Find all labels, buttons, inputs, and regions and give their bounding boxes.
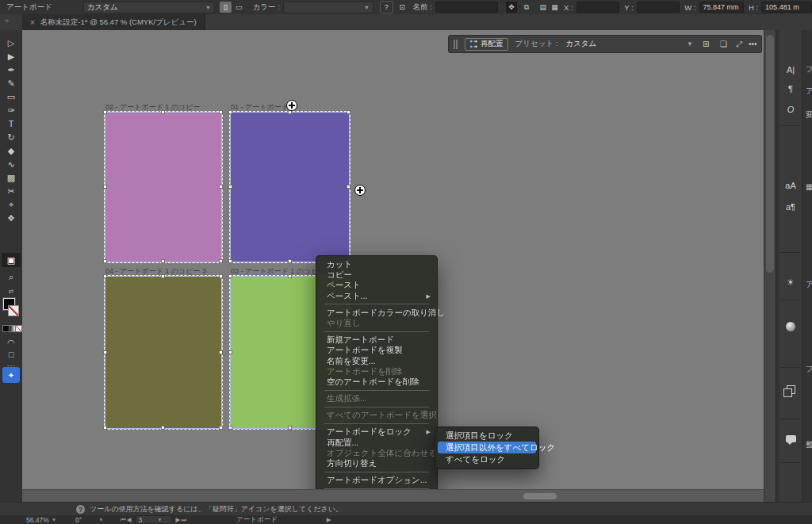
portrait-orientation-button[interactable]: ▯ bbox=[220, 2, 232, 13]
question-mark-icon[interactable]: ? bbox=[76, 505, 85, 514]
menu-item-アートボードオプション[interactable]: アートボードオプション... bbox=[316, 475, 437, 485]
artboard-tool[interactable]: ▣ bbox=[2, 253, 21, 267]
artboard-number-dropdown[interactable]: 3 ▼ bbox=[136, 515, 172, 524]
rotation-dropdown[interactable]: 0° ▼ bbox=[73, 516, 109, 524]
selection-handle[interactable] bbox=[219, 350, 223, 354]
selection-handle[interactable] bbox=[228, 426, 232, 430]
width-tool[interactable]: ∿ bbox=[0, 158, 22, 170]
chevron-down-icon[interactable]: ▼ bbox=[687, 40, 693, 48]
glyphs-panel-icon[interactable]: aA bbox=[779, 181, 802, 190]
stroke-color-swatch[interactable] bbox=[8, 305, 19, 316]
vertical-scrollbar[interactable] bbox=[764, 30, 776, 502]
y-input[interactable] bbox=[637, 2, 680, 13]
last-artboard-icon[interactable]: ⏭ bbox=[181, 516, 187, 524]
menu-item-ペースト[interactable]: ペースト bbox=[316, 280, 437, 290]
scissors-tool[interactable]: ✂ bbox=[0, 185, 22, 197]
rearrange-button[interactable]: 再配置 bbox=[465, 38, 508, 51]
paragraph-styles-panel-icon[interactable]: a¶ bbox=[779, 202, 802, 212]
x-input[interactable] bbox=[576, 2, 620, 13]
menu-item-名前を変更[interactable]: 名前を変更... bbox=[316, 356, 437, 366]
selection-handle[interactable] bbox=[103, 185, 107, 189]
duplicate-icon[interactable]: ⧉ bbox=[520, 2, 532, 13]
selection-tool[interactable]: ▷ bbox=[0, 36, 22, 49]
zoom-level-dropdown[interactable]: 56.47% ▼ bbox=[24, 516, 63, 524]
paragraph-panel-icon[interactable]: ¶ bbox=[779, 84, 802, 94]
height-input[interactable]: 105.481 m bbox=[761, 2, 812, 13]
submenu-item-選択項目以外をすべてロック[interactable]: 選択項目以外をすべてロック bbox=[438, 442, 536, 453]
rectangle-tool[interactable]: ▭ bbox=[0, 90, 22, 103]
menu-item-アートボードを複製[interactable]: アートボードを複製 bbox=[316, 345, 437, 355]
selection-handle[interactable] bbox=[228, 185, 232, 189]
first-artboard-icon[interactable]: ⏮ bbox=[121, 516, 127, 524]
submenu-item-すべてをロック[interactable]: すべてをロック bbox=[438, 453, 536, 465]
menu-item-方向切り替え[interactable]: 方向切り替え bbox=[316, 458, 437, 469]
selection-handle[interactable] bbox=[219, 259, 223, 263]
menu-item-カット[interactable]: カット bbox=[316, 259, 437, 270]
selection-handle[interactable] bbox=[288, 426, 292, 430]
artboard-color-dropdown[interactable]: ▼ bbox=[283, 2, 373, 13]
artboard-1[interactable] bbox=[105, 113, 221, 262]
selection-handle[interactable] bbox=[228, 274, 232, 278]
selection-handle[interactable] bbox=[228, 350, 232, 354]
menu-item-アートボードカラーの取り消し[interactable]: アートボードカラーの取り消し bbox=[316, 308, 437, 318]
selection-handle[interactable] bbox=[103, 350, 107, 354]
rotate-tool[interactable]: ↻ bbox=[0, 131, 22, 143]
pen-tool[interactable]: ✒ bbox=[0, 63, 22, 76]
menu-item-再配置[interactable]: 再配置... bbox=[316, 438, 437, 448]
menu-item-ペースト[interactable]: ペースト...▶ bbox=[316, 291, 437, 301]
selection-handle[interactable] bbox=[347, 185, 350, 189]
horizontal-scrollbar[interactable] bbox=[22, 489, 764, 503]
duplicate-artboard-button[interactable]: ❏ bbox=[720, 40, 727, 48]
document-tab[interactable]: × 名称未設定-1* @ 56.47 % (CMYK/プレビュー) bbox=[22, 14, 205, 30]
none-mode-icon[interactable] bbox=[15, 325, 22, 332]
character-panel-icon[interactable]: A| bbox=[779, 65, 802, 75]
previous-artboard-icon[interactable]: ◀ bbox=[127, 516, 132, 523]
menu-item-空のアートボードを削除[interactable]: 空のアートボードを削除 bbox=[316, 377, 437, 387]
artboard-2[interactable] bbox=[231, 113, 349, 262]
selection-handle[interactable] bbox=[103, 426, 107, 430]
gradient-panel-icon[interactable] bbox=[779, 322, 802, 333]
draw-mode-icon[interactable]: ◠ bbox=[0, 336, 22, 349]
artboard-preset-dropdown[interactable]: カスタム ▼ bbox=[83, 2, 215, 13]
blend-tool[interactable]: ❖ bbox=[0, 212, 22, 224]
artboard-name-input[interactable] bbox=[435, 2, 498, 13]
selection-handle[interactable] bbox=[347, 110, 350, 114]
move-artwork-button[interactable]: ⤢ bbox=[736, 40, 742, 49]
curvature-tool[interactable]: ✎ bbox=[0, 77, 22, 90]
selection-handle[interactable] bbox=[103, 274, 107, 278]
comments-panel-icon[interactable] bbox=[779, 434, 802, 444]
selection-handle[interactable] bbox=[219, 274, 223, 278]
preset-value[interactable]: カスタム bbox=[565, 39, 596, 49]
new-artboard-button[interactable]: ⊞ bbox=[703, 40, 709, 48]
swap-fill-stroke-icon[interactable]: ⇄ bbox=[0, 285, 22, 298]
help-button[interactable]: ? bbox=[380, 1, 393, 13]
move-anchor-icon[interactable]: ✥ bbox=[506, 2, 518, 13]
selection-handle[interactable] bbox=[228, 110, 232, 114]
landscape-orientation-button[interactable]: ▭ bbox=[233, 2, 245, 13]
canvas[interactable]: 02 - アートボード 1 のコピー01 - アートボード 104 - アートボ… bbox=[22, 30, 764, 502]
selection-handle[interactable] bbox=[161, 426, 165, 430]
status-panel-arrow-icon[interactable]: ▶ bbox=[327, 516, 332, 523]
artboard-options-icon[interactable]: ▤ bbox=[537, 2, 549, 13]
selection-handle[interactable] bbox=[103, 259, 107, 263]
more-options-button[interactable]: ••• bbox=[749, 40, 757, 48]
selection-handle[interactable] bbox=[161, 274, 165, 278]
paintbrush-tool[interactable]: ✑ bbox=[0, 104, 22, 117]
artboard-3[interactable] bbox=[105, 277, 221, 428]
drag-handle[interactable] bbox=[454, 40, 455, 49]
selection-handle[interactable] bbox=[219, 426, 223, 430]
horizontal-scrollbar-thumb[interactable] bbox=[523, 493, 557, 499]
eyedropper-tool[interactable]: ⌖ bbox=[0, 198, 22, 211]
zoom-tool[interactable]: ⌕ bbox=[0, 270, 22, 283]
selection-handle[interactable] bbox=[219, 110, 223, 114]
submenu-item-選択項目をロック[interactable]: 選択項目をロック bbox=[438, 430, 536, 442]
close-tab-icon[interactable]: × bbox=[30, 18, 35, 27]
direct-selection-tool[interactable]: ▶ bbox=[0, 50, 22, 63]
appearance-panel-icon[interactable]: ☀ bbox=[779, 277, 802, 288]
panel-options-icon[interactable]: ⊡ bbox=[396, 2, 408, 13]
menu-item-アートボードをロック[interactable]: アートボードをロック▶ bbox=[316, 426, 437, 437]
gradient-tool[interactable]: ▩ bbox=[0, 171, 22, 184]
selection-handle[interactable] bbox=[228, 259, 232, 263]
menu-item-コピー[interactable]: コピー bbox=[316, 270, 437, 280]
vertical-scrollbar-thumb[interactable] bbox=[766, 35, 774, 273]
